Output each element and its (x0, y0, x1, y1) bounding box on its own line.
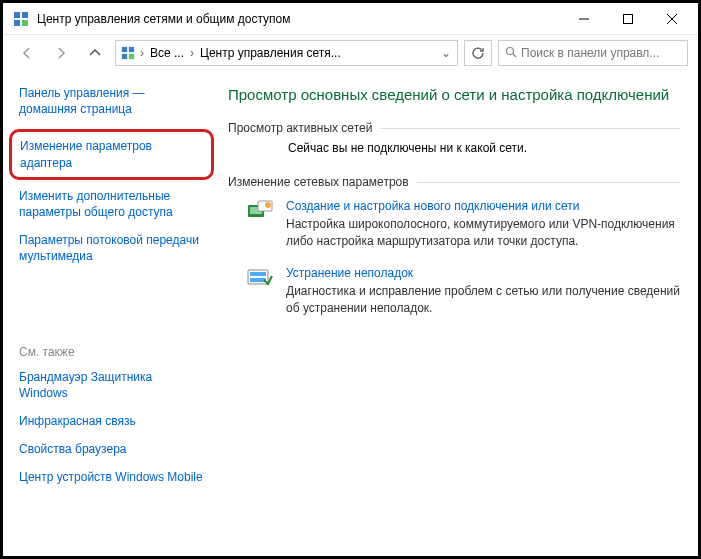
sidebar-link-home[interactable]: Панель управления — домашняя страница (19, 85, 204, 117)
svg-rect-19 (250, 272, 266, 276)
new-connection-icon (246, 199, 276, 225)
forward-button[interactable] (47, 39, 75, 67)
sidebar-link-adapter-settings[interactable]: Изменение параметров адаптера (20, 138, 203, 170)
action-troubleshoot[interactable]: Устранение неполадок Диагностика и испра… (246, 266, 680, 317)
svg-point-12 (507, 47, 514, 54)
chevron-right-icon[interactable]: › (138, 46, 146, 60)
maximize-button[interactable] (606, 4, 650, 34)
svg-rect-3 (22, 20, 28, 26)
svg-point-17 (265, 202, 271, 208)
refresh-button[interactable] (464, 40, 492, 66)
breadcrumb[interactable]: › Все ... › Центр управления сетя... ⌄ (115, 40, 458, 66)
svg-rect-11 (129, 54, 134, 59)
svg-rect-9 (129, 47, 134, 52)
network-center-icon (118, 46, 138, 60)
search-input[interactable]: Поиск в панели управл... (498, 40, 688, 66)
back-button[interactable] (13, 39, 41, 67)
svg-line-13 (513, 54, 516, 57)
sidebar-link-sharing-settings[interactable]: Изменить дополнительные параметры общего… (19, 188, 204, 220)
main-panel: Просмотр основных сведений о сети и наст… (220, 71, 698, 556)
section-active-networks: Просмотр активных сетей (228, 121, 680, 135)
troubleshoot-icon (246, 266, 276, 292)
svg-rect-8 (122, 47, 127, 52)
minimize-button[interactable] (562, 4, 606, 34)
action-new-connection[interactable]: Создание и настройка нового подключения … (246, 199, 680, 250)
chevron-down-icon[interactable]: ⌄ (437, 46, 455, 60)
sidebar-link-mobile[interactable]: Центр устройств Windows Mobile (19, 469, 204, 485)
sidebar-link-defender[interactable]: Брандмауэр Защитника Windows (19, 369, 204, 401)
no-network-message: Сейчас вы не подключены ни к какой сети. (288, 141, 680, 155)
highlight-box: Изменение параметров адаптера (9, 129, 214, 179)
sidebar-link-browser[interactable]: Свойства браузера (19, 441, 204, 457)
chevron-right-icon[interactable]: › (188, 46, 196, 60)
up-button[interactable] (81, 39, 109, 67)
svg-rect-10 (122, 54, 127, 59)
action-link[interactable]: Создание и настройка нового подключения … (286, 199, 680, 213)
sidebar: Панель управления — домашняя страница Из… (3, 71, 220, 556)
svg-rect-20 (250, 278, 266, 282)
section-change-settings: Изменение сетевых параметров (228, 175, 680, 189)
content-area: Панель управления — домашняя страница Из… (3, 71, 698, 556)
svg-rect-0 (14, 12, 20, 18)
search-placeholder: Поиск в панели управл... (521, 46, 659, 60)
breadcrumb-item[interactable]: Центр управления сетя... (196, 46, 345, 60)
sidebar-link-infrared[interactable]: Инфракрасная связь (19, 413, 204, 429)
action-desc: Настройка широкополосного, коммутируемог… (286, 216, 680, 250)
window-title: Центр управления сетями и общим доступом (37, 12, 562, 26)
network-center-icon (13, 11, 29, 27)
action-link[interactable]: Устранение неполадок (286, 266, 680, 280)
close-button[interactable] (650, 4, 694, 34)
action-desc: Диагностика и исправление проблем с сеть… (286, 283, 680, 317)
sidebar-link-streaming[interactable]: Параметры потоковой передачи мультимедиа (19, 232, 204, 264)
svg-rect-1 (22, 12, 28, 18)
svg-rect-2 (14, 20, 20, 26)
see-also-label: См. также (19, 345, 204, 359)
page-heading: Просмотр основных сведений о сети и наст… (228, 85, 680, 105)
search-icon (505, 46, 517, 61)
nav-toolbar: › Все ... › Центр управления сетя... ⌄ П… (3, 35, 698, 71)
breadcrumb-item[interactable]: Все ... (146, 46, 188, 60)
svg-rect-5 (624, 14, 633, 23)
titlebar: Центр управления сетями и общим доступом (3, 3, 698, 35)
